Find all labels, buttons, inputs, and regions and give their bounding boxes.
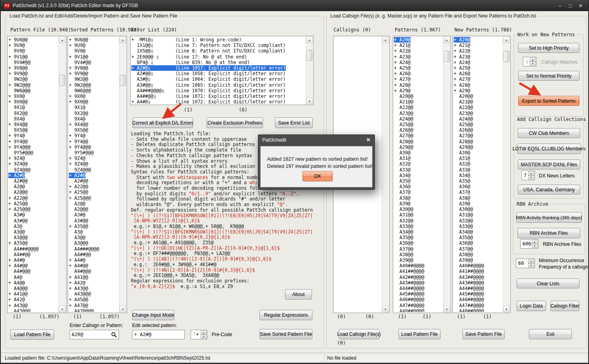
list-item[interactable]: A38@@ [454, 252, 503, 257]
list-item[interactable]: A4##@@ [8, 252, 59, 257]
list-item[interactable]: A48##@@@@ [454, 308, 503, 312]
list-item[interactable]: + A41@@ [69, 274, 119, 280]
list-item[interactable]: A20@@ [394, 93, 443, 99]
list-item[interactable]: + A23@ [454, 54, 503, 60]
list-item[interactable]: A39@@ [394, 257, 443, 263]
list-item[interactable]: A3#@@▯ (Line 1065: Explicit digit/letter… [131, 82, 306, 88]
list-item[interactable]: A38@ [454, 195, 503, 201]
list-item[interactable]: A43@@@ [69, 291, 119, 297]
list-item[interactable]: + 9Y4@@@ [69, 144, 119, 150]
list-item[interactable]: A35@ [454, 178, 503, 184]
list-item[interactable]: A2#@@▯ (Line 1058: Explicit digit/letter… [131, 71, 306, 76]
save-error-list-button[interactable]: Save Error List [275, 117, 313, 128]
list-item[interactable]: A4@ [8, 274, 59, 280]
list-item[interactable]: A30@@ [394, 206, 443, 212]
list-item[interactable]: + A25@@@ [8, 206, 59, 212]
list-item[interactable]: A43##@@@@ [394, 280, 443, 286]
edit-pattern-input[interactable] [132, 330, 185, 339]
list-item[interactable]: A43##@@@@ [454, 280, 503, 286]
list-item[interactable]: A37@@ [454, 246, 503, 252]
list-item[interactable]: A33@ [454, 167, 503, 173]
list-item[interactable]: + 9V8@@ [8, 65, 59, 71]
list-item[interactable]: + A23@ [394, 54, 443, 60]
spin-up-icon[interactable]: ▲ [530, 58, 536, 62]
list-item[interactable]: A31@@ [454, 212, 503, 218]
list-item[interactable]: 9W2@@ [8, 76, 59, 82]
list-item[interactable]: 9X4@ [8, 116, 59, 122]
scrollbar-thumb[interactable] [503, 51, 509, 62]
list-item[interactable]: + 9Z4@ [8, 156, 59, 161]
list-item[interactable]: A39@ [394, 201, 443, 206]
list-item[interactable]: + A43@@ [69, 286, 119, 291]
list-item[interactable]: + 9V1@@ [69, 54, 119, 60]
list-item[interactable]: + A20@ [394, 37, 443, 43]
save-sorted-button[interactable]: Save Sorted Pattern File [259, 329, 312, 339]
list-item[interactable]: A37@@ [394, 246, 443, 252]
list-item[interactable]: A34@ [394, 173, 443, 178]
list-item[interactable]: A34@ [454, 173, 503, 178]
list-item[interactable]: A2@@ [69, 201, 119, 206]
rbn-ranking-button[interactable]: RBN Activity Ranking (365 days) [516, 212, 582, 223]
list-item[interactable]: A4###@@@@ [8, 246, 59, 252]
spin-down-icon[interactable]: ▼ [530, 62, 536, 66]
list-item[interactable]: A40##@@@@ [454, 263, 503, 269]
scroll-up-icon[interactable]: ▲ [119, 37, 126, 43]
list-item[interactable]: + 9X0@ [69, 93, 119, 99]
list-item[interactable]: + A27@ [454, 76, 503, 82]
list-item[interactable]: A4###@@@@▯ (Line 1070: Explicit digit/le… [131, 88, 306, 93]
list-item[interactable]: + A4#@ [8, 257, 59, 263]
list-item[interactable]: + A29@ [454, 88, 503, 93]
list-item[interactable]: + 9X0@@ [8, 99, 59, 105]
list-item[interactable]: 9V4#@@ [69, 60, 119, 65]
rbn-archive-files-button[interactable]: RBN Archive Files [517, 228, 580, 238]
list-item[interactable]: A3@@ [8, 229, 59, 235]
list-item[interactable]: + 9Y4@@ [8, 139, 59, 144]
list-item[interactable]: A3@@ [69, 235, 119, 240]
list-item[interactable]: + 9Z4@@ [69, 161, 119, 167]
list-item[interactable]: 9Z4@@@ [69, 167, 119, 173]
list-item[interactable]: 9Y5#@@@ [69, 150, 119, 156]
scroll-down-icon[interactable]: ▼ [382, 306, 389, 312]
scroll-down-icon[interactable]: ▼ [59, 306, 66, 312]
list-item[interactable]: + A4#@@ [69, 263, 119, 269]
list-item[interactable]: A46##@@@@ [454, 297, 503, 302]
list-item[interactable]: + A25@@ [69, 189, 119, 195]
list-item[interactable]: A3#@ [69, 212, 119, 218]
list-item[interactable]: + 9Z4@@ [8, 161, 59, 167]
list-item[interactable]: A4###@@@@ [69, 246, 119, 252]
clear-lists-button[interactable]: Clear Lists [517, 278, 579, 288]
list-item[interactable]: + A26@ [394, 71, 443, 76]
list-item[interactable]: A37@ [394, 189, 443, 195]
list-item[interactable]: + A4@@ [8, 280, 59, 286]
list-item[interactable]: A3#@@ [8, 218, 59, 224]
list-item[interactable]: A24@@ [394, 116, 443, 122]
list-item[interactable]: A3#@@ [69, 218, 119, 224]
list-item[interactable]: + A4#@@ [8, 263, 59, 269]
scroll-up-icon[interactable]: ▲ [503, 37, 510, 43]
list-item[interactable]: A32@ [394, 161, 443, 167]
list-item[interactable]: + A26@ [454, 71, 503, 76]
list-item[interactable]: + MM1@▯ (Line 1: Wrong pre-code) [131, 37, 306, 43]
scroll-down-icon[interactable]: ▼ [119, 306, 126, 312]
list-item[interactable]: A30@ [394, 150, 443, 156]
list-item[interactable]: + 9U6@@ [8, 37, 59, 43]
list-item[interactable]: + 9V1@@ [8, 54, 59, 60]
list-item[interactable]: A22@@ [394, 105, 443, 110]
list-item[interactable]: + A21@ [454, 43, 503, 48]
list-item[interactable]: A21@@ [454, 99, 503, 105]
scrollbar[interactable]: ▲▼ [382, 37, 389, 312]
scroll-down-icon[interactable]: ▼ [443, 306, 450, 312]
list-item[interactable]: + A41@@ [8, 291, 59, 297]
list-item[interactable]: 9W6@@@ [69, 88, 119, 93]
scroll-up-icon[interactable]: ▲ [306, 37, 313, 43]
set-normal-priority-button[interactable]: Set to Normal Priority [518, 71, 579, 81]
list-item[interactable]: A3@@@ [69, 240, 119, 246]
list-item[interactable]: A38@ [394, 195, 443, 201]
list-item[interactable]: 9V0@ [8, 48, 59, 54]
list-item[interactable]: A33@@ [454, 224, 503, 229]
list-item[interactable]: 9V4#@@ [8, 60, 59, 65]
list-item[interactable]: A2#@@ [69, 178, 119, 184]
list-item[interactable]: A2#@@ [8, 178, 59, 184]
list-item[interactable]: A30@@ [454, 206, 503, 212]
minimize-button[interactable]: – [555, 3, 565, 9]
